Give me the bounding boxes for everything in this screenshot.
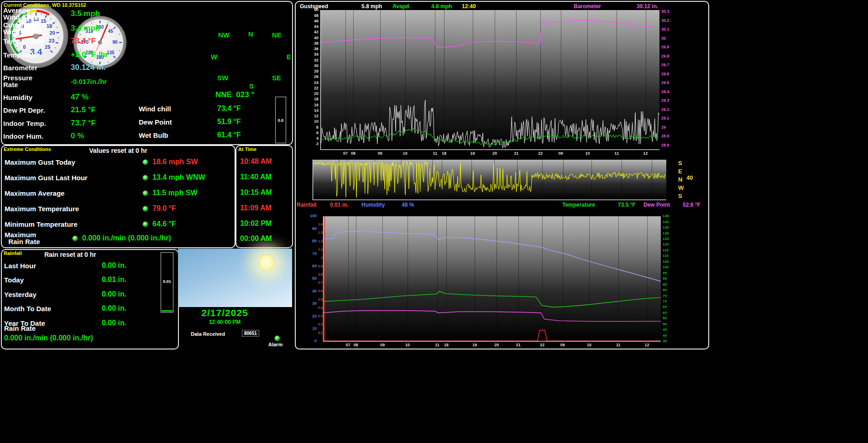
rainfall-subtitle: Rain reset at 0 hr	[2, 251, 139, 258]
compass-letter-n: N	[248, 30, 253, 38]
rain-last-hour-row: Last Hour 0.00 in.	[4, 261, 126, 270]
humidity-chart-value: 48 %	[402, 202, 414, 208]
wind-chill-value: 73.4 °F	[217, 104, 241, 113]
dew-point-row: Dew Point 51.9 °F	[139, 117, 241, 126]
alarm-led[interactable]	[274, 335, 280, 341]
wind-direction-readout: NNE 023 °	[215, 90, 254, 99]
humidity-value: 47 %	[71, 93, 89, 102]
status-led	[142, 159, 148, 165]
indoor-humidity-row: Indoor Hum. 0 %	[3, 131, 84, 141]
rain-yesterday-row: Yesterday 0.00 in.	[4, 290, 126, 299]
humidity-chart-label: Humidity	[361, 202, 385, 208]
rain-rate-value: 0.000 in./min (0.000 in./hr)	[4, 334, 93, 342]
status-led	[142, 190, 148, 196]
avg-wind-row: Average Wind Speed 3.5 mph	[3, 6, 100, 21]
max-gust-hour-row: Maximum Gust Last Hour 13.4 mph WNW	[5, 173, 205, 182]
indoor-temp-label: Indoor Temp.	[3, 120, 71, 127]
barometer-value: 30.124 in.	[71, 63, 106, 72]
alarm-label: Alarm	[268, 342, 282, 347]
dew-depression-value: 21.5 °F	[71, 105, 96, 115]
rainfall-chart-value: 0.01 in.	[330, 202, 349, 208]
min-temp-value: 64.6 °F	[152, 220, 176, 228]
sky-condition-image	[178, 249, 292, 307]
compass-letter-s: S	[249, 82, 254, 90]
dir-axis-letter-n: N	[678, 176, 682, 183]
rainfall-panel: Rainfall Rain reset at 0 hr Last Hour 0.…	[1, 249, 179, 349]
extreme-conditions-panel: Extreme Conditions Values reset at 0 hr …	[1, 145, 235, 248]
max-gust-today-value: 18.6 mph SW	[152, 158, 198, 166]
min-temp-time: 10:02 PM	[240, 219, 272, 228]
humidity-row: Humidity 47 %	[3, 93, 89, 102]
dir-axis-letter-s1: S	[678, 160, 682, 167]
compass-letter-sw: SW	[217, 74, 228, 82]
humidity-temperature-rain-chart[interactable]	[298, 210, 681, 348]
wind-chill-row: Wind chill 73.4 °F	[139, 104, 241, 113]
wind-chill-label: Wind chill	[139, 105, 217, 113]
wind-run-bar-value: 0.0	[276, 118, 286, 123]
wet-bulb-label: Wet Bulb	[139, 131, 217, 139]
at-time-panel: At Time 10:48 AM 11:40 AM 10:15 AM 11:09…	[235, 145, 293, 248]
status-led	[72, 235, 78, 241]
wet-bulb-value: 61.4 °F	[217, 131, 241, 139]
min-temp-row: Minimum Temperature 64.6 °F	[5, 219, 176, 229]
rain-bar-gauge: 0.01	[161, 252, 173, 313]
current-wind-value: 3.4 mph	[71, 24, 100, 33]
avg-wind-label: Average Wind Speed	[3, 7, 71, 21]
humidity-label: Humidity	[3, 94, 71, 101]
pressure-rate-label: Pressure Rate	[3, 74, 71, 88]
max-temp-row: Maximum Temperature 79.0 °F	[5, 204, 176, 213]
rain-yesterday-value: 0.00 in.	[102, 290, 126, 298]
max-temp-label: Maximum Temperature	[5, 205, 142, 212]
dew-depression-label: Dew Pt Depr.	[3, 107, 71, 114]
temperature-value: 73.4 °F	[71, 36, 96, 46]
avg-wind-value: 3.5 mph	[71, 9, 100, 18]
temperature-chart-label: Temperature	[562, 202, 595, 208]
barometer-label: Barometer	[3, 64, 71, 71]
status-led	[142, 206, 148, 212]
rain-rate-label: Rain Rate	[4, 324, 36, 332]
max-average-time: 10:15 AM	[240, 188, 272, 197]
temperature-label: Temperature	[3, 38, 71, 45]
max-rain-rate-label: Maximum Rain Rate	[5, 231, 72, 245]
rain-bar-value: 0.01	[161, 279, 173, 284]
temperature-chart-value: 73.5 °F	[618, 202, 636, 208]
rain-month-row: Month To Date 0.00 in.	[4, 304, 126, 313]
dew-point-label: Dew Point	[139, 118, 217, 126]
rain-last-hour-label: Last Hour	[4, 262, 102, 270]
wind-direction-chart[interactable]	[298, 159, 676, 201]
current-wind-row: Current Wind Speed 3.4 mph	[3, 21, 100, 36]
status-led	[142, 221, 148, 227]
rain-year-value: 0.00 in.	[102, 319, 126, 327]
data-received-label: Data Received	[191, 331, 225, 337]
max-rain-rate-time: 00:00 AM	[240, 235, 272, 243]
current-time: 12:40:00 PM	[178, 319, 272, 325]
rain-bar-fill	[162, 310, 173, 312]
temp-rate-value: +2.0 °F /hr	[71, 50, 108, 59]
dir-axis-letter-e: E	[678, 168, 682, 175]
max-average-value: 11.5 mph SW	[152, 189, 198, 197]
dew-point-chart-value: 52.6 °F	[683, 202, 701, 208]
temp-rate-label: Temp Rate	[3, 52, 71, 58]
indoor-humidity-value: 0 %	[71, 131, 84, 141]
status-led	[142, 175, 148, 181]
sun-icon	[258, 254, 275, 271]
indoor-temp-value: 73.7 °F	[71, 119, 96, 128]
wind-barometer-chart[interactable]	[298, 8, 676, 157]
pressure-rate-row: Pressure Rate -0.017in./hr	[3, 74, 107, 89]
weather-display-screen: Current Conditions, WD 10.37S152 Average…	[0, 0, 868, 443]
rain-month-value: 0.00 in.	[102, 304, 126, 313]
max-rain-rate-row: Maximum Rain Rate 0.000 in./min (0.000 i…	[5, 231, 171, 245]
max-average-label: Maximum Average	[5, 190, 142, 197]
dir-axis-letter-w: W	[678, 184, 684, 191]
compass-letter-nw: NW	[218, 31, 230, 39]
indoor-temp-row: Indoor Temp. 73.7 °F	[3, 119, 96, 128]
data-received-counter: 80651	[242, 330, 259, 337]
rainfall-chart-label: Rainfall	[297, 202, 316, 208]
rain-month-label: Month To Date	[4, 305, 102, 313]
dir-average-value: 40	[686, 174, 693, 181]
temp-rate-row: Temp Rate +2.0 °F /hr	[3, 50, 108, 59]
max-gust-hour-time: 11:40 AM	[240, 173, 272, 181]
dew-point-chart-label: Dew Point	[643, 202, 670, 208]
current-date: 2/17/2025	[178, 307, 272, 318]
max-gust-hour-value: 13.4 mph WNW	[152, 173, 205, 182]
